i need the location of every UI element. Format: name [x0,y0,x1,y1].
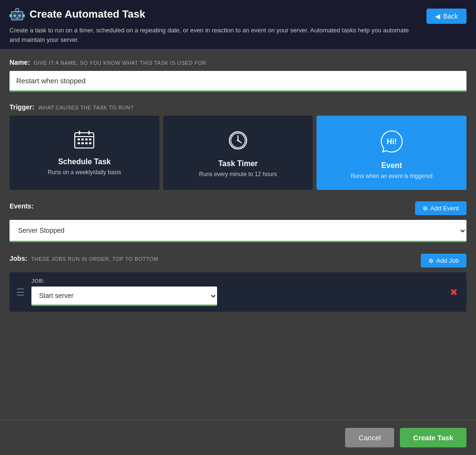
add-event-button[interactable]: ⊕ Add Event [415,201,466,215]
trigger-card-timer[interactable]: Task Timer Runs every minute to 12 hours [163,116,313,190]
svg-rect-8 [23,14,25,17]
name-section: Name: GIVE IT A NAME, SO YOU KNOW WHAT T… [10,59,466,92]
svg-rect-18 [81,142,84,144]
jobs-section: Jobs: THESE JOBS RUN IN ORDER, TOP TO BO… [10,254,466,312]
svg-rect-7 [10,14,11,17]
schedule-desc: Runs on a weekly/daily basis [48,169,121,176]
svg-rect-15 [85,138,88,140]
add-job-button[interactable]: ⊕ Add Job [421,254,466,267]
back-arrow-icon: ◀ [435,12,440,20]
svg-rect-13 [78,138,80,140]
svg-point-26 [237,139,239,141]
event-title: Event [381,161,402,170]
trigger-card-schedule[interactable]: Schedule Task Runs on a weekly/daily bas… [10,116,159,190]
svg-text:Hi!: Hi! [387,138,397,146]
jobs-label: Jobs: THESE JOBS RUN IN ORDER, TOP TO BO… [10,255,159,262]
events-section: Events: ⊕ Add Event Server Stopped Serve… [10,201,466,242]
plus-circle-icon: ⊕ [423,205,428,212]
svg-rect-0 [11,11,23,20]
name-sublabel: GIVE IT A NAME, SO YOU KNOW WHAT THIS TA… [34,60,206,66]
calendar-icon [74,130,95,152]
automaton-icon [10,7,25,22]
events-label: Events: [10,202,34,210]
events-header: Events: ⊕ Add Event [10,201,466,215]
svg-rect-4 [16,18,19,19]
svg-rect-5 [16,9,19,11]
clock-icon [228,130,248,154]
trigger-section: Trigger: WHAT CAUSES THE TASK TO RUN? [10,103,466,190]
delete-job-button[interactable]: ✖ [448,285,460,300]
timer-desc: Runs every minute to 12 hours [199,171,277,178]
create-task-button[interactable]: Create Task [400,428,466,447]
trigger-sublabel: WHAT CAUSES THE TASK TO RUN? [38,105,133,110]
event-hi-icon: Hi! [380,130,404,156]
header-title-row: Create Automated Task [10,7,414,22]
drag-handle-icon[interactable]: ☰ [16,287,25,297]
event-select[interactable]: Server Stopped Server Started Server Cra… [10,220,466,242]
trigger-label: Trigger: WHAT CAUSES THE TASK TO RUN? [10,103,466,111]
add-job-label: Add Job [436,257,459,264]
page-description: Create a task to run on a timer, schedul… [10,26,414,44]
svg-rect-16 [89,138,91,140]
page-title: Create Automated Task [30,8,145,20]
job-select[interactable]: Start server Stop server Restart server … [31,287,217,306]
schedule-title: Schedule Task [58,158,111,166]
header-left: Create Automated Task Create a task to r… [10,7,414,44]
timer-title: Task Timer [218,159,258,168]
svg-point-3 [19,15,21,17]
jobs-header: Jobs: THESE JOBS RUN IN ORDER, TOP TO BO… [10,254,466,267]
main-content: Name: GIVE IT A NAME, SO YOU KNOW WHAT T… [0,49,476,420]
trigger-card-event[interactable]: Hi! Event Runs when an event is triggere… [317,116,466,190]
svg-rect-17 [78,142,80,144]
name-label: Name: GIVE IT A NAME, SO YOU KNOW WHAT T… [10,59,466,66]
trigger-cards: Schedule Task Runs on a weekly/daily bas… [10,116,466,190]
task-name-input[interactable] [10,71,466,92]
svg-point-2 [14,15,16,17]
cancel-button[interactable]: Cancel [345,428,394,447]
job-row: ☰ JOB: Start server Stop server Restart … [10,272,466,312]
plus-circle-job-icon: ⊕ [428,257,434,264]
svg-rect-19 [85,142,88,144]
add-event-label: Add Event [430,205,459,212]
back-label: Back [443,12,458,20]
job-field-label: JOB: [31,278,441,284]
event-desc: Runs when an event is triggered [351,173,433,179]
jobs-sublabel: THESE JOBS RUN IN ORDER, TOP TO BOTTOM [31,256,158,262]
footer: Cancel Create Task [0,420,476,455]
job-content: JOB: Start server Stop server Restart se… [31,278,441,306]
svg-rect-14 [81,138,84,140]
back-button[interactable]: ◀ Back [426,9,466,24]
svg-rect-20 [89,142,91,144]
header: Create Automated Task Create a task to r… [0,0,476,49]
